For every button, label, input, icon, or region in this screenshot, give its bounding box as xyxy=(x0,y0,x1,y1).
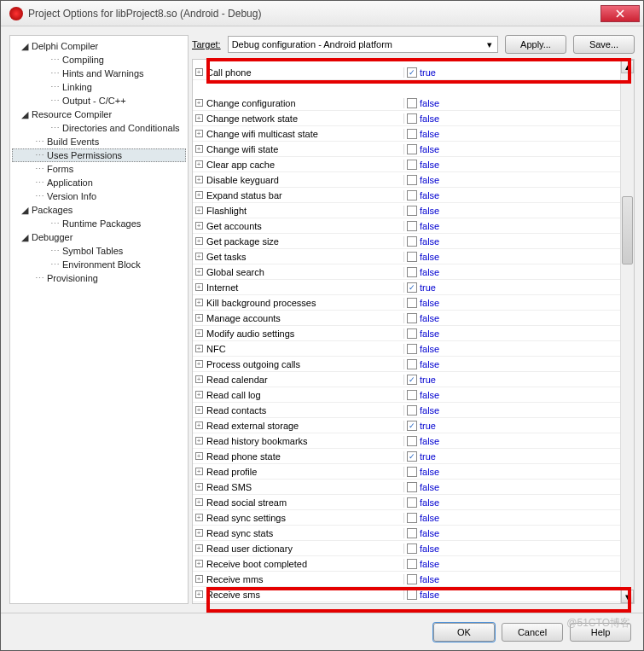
expand-icon[interactable]: + xyxy=(195,406,203,414)
checkbox-unchecked[interactable] xyxy=(407,359,417,369)
permission-row[interactable]: +Disable keyguardfalse xyxy=(193,172,620,188)
checkbox-unchecked[interactable] xyxy=(407,543,417,554)
expand-icon[interactable]: + xyxy=(195,452,203,460)
expand-icon[interactable]: + xyxy=(195,130,203,137)
tree-item[interactable]: ⋯Output - C/C++ xyxy=(12,94,186,108)
permission-row[interactable]: +Read phone state✓true xyxy=(193,449,620,464)
permission-value-cell[interactable]: false xyxy=(404,344,620,354)
permission-value-cell[interactable]: false xyxy=(404,590,620,600)
expand-icon[interactable]: + xyxy=(195,498,203,506)
checkbox-unchecked[interactable] xyxy=(407,221,417,231)
cancel-button[interactable]: Cancel xyxy=(502,623,563,642)
tree-item[interactable]: ⋯Hints and Warnings xyxy=(12,67,186,80)
permission-row[interactable]: +Clear app cachefalse xyxy=(193,157,620,172)
permission-value-cell[interactable]: false xyxy=(404,559,620,569)
expand-icon[interactable]: + xyxy=(195,437,203,445)
expand-icon[interactable]: + xyxy=(195,544,203,552)
permission-row[interactable]: +Process outgoing callsfalse xyxy=(193,357,620,372)
permission-value-cell[interactable]: ✓true xyxy=(404,375,620,385)
checkbox-checked[interactable]: ✓ xyxy=(407,67,417,78)
checkbox-unchecked[interactable] xyxy=(407,328,417,339)
permission-value-cell[interactable]: false xyxy=(404,190,620,201)
vertical-scrollbar[interactable]: ▴ ▾ xyxy=(620,60,634,603)
permission-value-cell[interactable]: false xyxy=(404,313,620,323)
permission-value-cell[interactable]: false xyxy=(404,298,620,308)
expand-icon[interactable]: + xyxy=(195,421,203,429)
expand-icon[interactable]: + xyxy=(195,176,203,183)
permission-row[interactable]: +Call phone✓true xyxy=(193,65,620,80)
expand-icon[interactable]: + xyxy=(195,253,203,260)
checkbox-checked[interactable]: ✓ xyxy=(407,451,417,462)
checkbox-unchecked[interactable] xyxy=(407,590,417,600)
permission-row[interactable]: +Kill background processesfalse xyxy=(193,295,620,311)
expand-icon[interactable]: + xyxy=(195,191,203,199)
checkbox-unchecked[interactable] xyxy=(407,436,417,446)
expand-icon[interactable]: + xyxy=(195,237,203,245)
checkbox-unchecked[interactable] xyxy=(407,313,417,323)
expand-icon[interactable]: + xyxy=(195,345,203,352)
permission-row[interactable]: +Read SMSfalse xyxy=(193,480,620,495)
permission-row[interactable]: +Read sync statsfalse xyxy=(193,526,620,541)
permission-value-cell[interactable]: ✓true xyxy=(404,421,620,431)
close-button[interactable] xyxy=(600,5,640,22)
permission-row[interactable]: +Read profilefalse xyxy=(193,464,620,480)
permission-row[interactable]: +Read contactsfalse xyxy=(193,403,620,418)
expand-icon[interactable]: + xyxy=(195,560,203,567)
tree-item[interactable]: ⋯Uses Permissions xyxy=(12,148,186,162)
checkbox-unchecked[interactable] xyxy=(407,236,417,247)
tree-item[interactable]: ⋯Environment Block xyxy=(12,258,186,271)
expand-icon[interactable]: + xyxy=(195,283,203,291)
checkbox-unchecked[interactable] xyxy=(407,190,417,201)
tree-item[interactable]: ⋯Version Info xyxy=(12,189,186,203)
tree-item[interactable]: ⋯Provisioning xyxy=(12,271,186,285)
permission-row[interactable]: +Get package sizefalse xyxy=(193,234,620,249)
permission-value-cell[interactable]: false xyxy=(404,328,620,339)
tree-item[interactable]: ◢Debugger xyxy=(12,230,186,244)
permission-value-cell[interactable]: false xyxy=(404,144,620,154)
expand-icon[interactable]: + xyxy=(195,268,203,276)
expand-icon[interactable]: + xyxy=(195,314,203,322)
apply-button[interactable]: Apply... xyxy=(505,35,566,54)
expand-icon[interactable]: + xyxy=(195,160,203,168)
expand-icon[interactable]: + xyxy=(195,68,203,76)
checkbox-unchecked[interactable] xyxy=(407,129,417,139)
scroll-up-icon[interactable]: ▴ xyxy=(621,60,634,73)
permission-row[interactable]: +Modify audio settingsfalse xyxy=(193,326,620,341)
tree-item[interactable]: ⋯Runtime Packages xyxy=(12,217,186,230)
expand-icon[interactable]: + xyxy=(195,299,203,306)
permission-row[interactable]: +Expand status barfalse xyxy=(193,188,620,203)
expand-icon[interactable]: + xyxy=(195,375,203,383)
permission-row[interactable]: +Read history bookmarksfalse xyxy=(193,433,620,449)
tree-item[interactable]: ◢Delphi Compiler xyxy=(12,39,186,53)
permission-row[interactable]: +Get tasksfalse xyxy=(193,249,620,264)
expand-icon[interactable]: + xyxy=(195,114,203,122)
checkbox-unchecked[interactable] xyxy=(407,98,417,108)
permission-value-cell[interactable]: false xyxy=(404,390,620,400)
checkbox-unchecked[interactable] xyxy=(407,574,417,584)
permission-row[interactable]: +NFCfalse xyxy=(193,341,620,357)
permission-value-cell[interactable]: false xyxy=(404,528,620,538)
tree-item[interactable]: ⋯Symbol Tables xyxy=(12,244,186,258)
checkbox-unchecked[interactable] xyxy=(407,390,417,400)
permission-row[interactable]: +Change configurationfalse xyxy=(193,96,620,111)
scroll-thumb[interactable] xyxy=(622,196,633,264)
tree-item[interactable]: ◢Resource Compiler xyxy=(12,108,186,121)
permission-value-cell[interactable]: false xyxy=(404,497,620,508)
checkbox-unchecked[interactable] xyxy=(407,405,417,416)
permission-row[interactable]: +Receive boot completedfalse xyxy=(193,556,620,572)
permission-value-cell[interactable]: false xyxy=(404,221,620,231)
checkbox-unchecked[interactable] xyxy=(407,482,417,492)
tree-item[interactable]: ⋯Application xyxy=(12,176,186,189)
permission-value-cell[interactable]: false xyxy=(404,252,620,262)
permission-row[interactable]: +Receive mmsfalse xyxy=(193,572,620,587)
permission-value-cell[interactable]: false xyxy=(404,359,620,369)
permission-value-cell[interactable]: false xyxy=(404,129,620,139)
save-button[interactable]: Save... xyxy=(573,35,635,54)
checkbox-unchecked[interactable] xyxy=(407,344,417,354)
permission-value-cell[interactable]: false xyxy=(404,98,620,108)
expand-icon[interactable]: + xyxy=(195,360,203,368)
permission-value-cell[interactable]: false xyxy=(404,405,620,416)
permission-value-cell[interactable]: false xyxy=(404,436,620,446)
checkbox-unchecked[interactable] xyxy=(407,513,417,523)
expand-icon[interactable]: + xyxy=(195,575,203,583)
